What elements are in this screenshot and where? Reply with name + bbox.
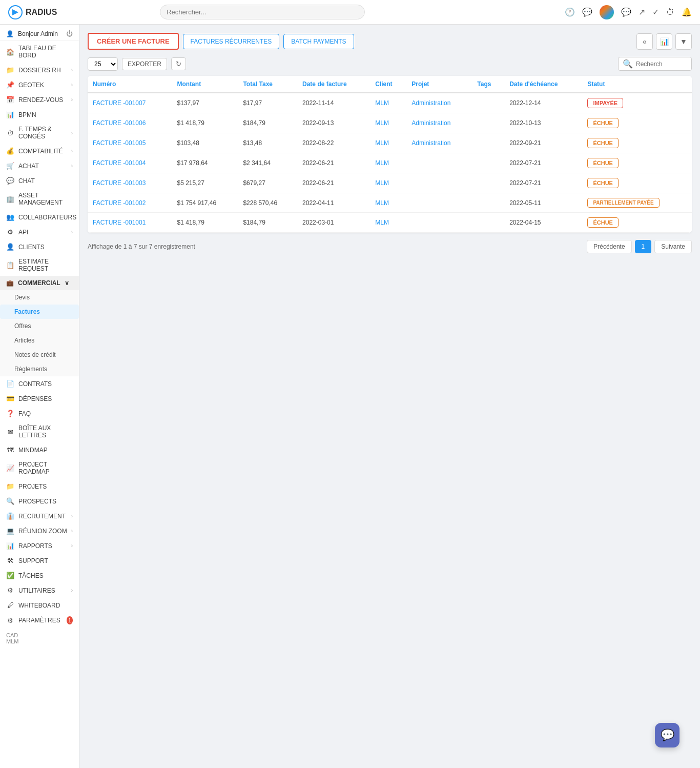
sidebar-item-prospects[interactable]: 🔍 PROSPECTS	[0, 494, 79, 509]
sidebar-label-clients: CLIENTS	[18, 244, 73, 251]
project-link[interactable]: Administration	[411, 119, 450, 127]
bell-icon[interactable]: 🔔	[682, 7, 692, 17]
sidebar-item-tableau-de-bord[interactable]: 🏠 TABLEAU DE BORD	[0, 41, 79, 63]
cell-client: MLM	[370, 193, 406, 213]
invoice-link[interactable]: FACTURE -001006	[93, 119, 146, 127]
sidebar-item-chat[interactable]: 💬 CHAT	[0, 173, 79, 188]
sidebar-item-asset[interactable]: 🏢 ASSET MANAGEMENT	[0, 188, 79, 210]
whiteboard-icon: 🖊	[6, 601, 14, 609]
client-link[interactable]: MLM	[375, 179, 389, 187]
client-link[interactable]: MLM	[375, 219, 389, 226]
clock-icon[interactable]: ⏱	[666, 8, 674, 17]
prev-page-button[interactable]: Précédente	[587, 240, 631, 253]
client-link[interactable]: MLM	[375, 119, 389, 127]
col-date-echeance[interactable]: Date d'échéance	[504, 76, 582, 93]
table-search-input[interactable]	[636, 60, 687, 68]
invoice-link[interactable]: FACTURE -001007	[93, 99, 146, 107]
client-link[interactable]: MLM	[375, 99, 389, 107]
cell-numero: FACTURE -001005	[88, 133, 172, 153]
message-icon[interactable]: 💬	[621, 7, 631, 17]
sidebar-item-mindmap[interactable]: 🗺 MINDMAP	[0, 442, 79, 457]
sidebar-item-parametres[interactable]: ⚙ PARAMÈTRES 1	[0, 613, 79, 628]
next-page-button[interactable]: Suivante	[654, 240, 692, 253]
sidebar-item-support[interactable]: 🛠 SUPPORT	[0, 553, 79, 568]
project-link[interactable]: Administration	[411, 139, 450, 147]
sidebar-item-api[interactable]: ⚙ API ›	[0, 225, 79, 239]
forward-icon[interactable]: ↗	[639, 7, 645, 17]
sidebar-item-taches[interactable]: ✅ TÂCHES	[0, 568, 79, 583]
sidebar-item-f-temps[interactable]: ⏱ F. TEMPS & CONGÉS ›	[0, 122, 79, 144]
col-tags[interactable]: Tags	[472, 76, 504, 93]
sidebar-item-contrats[interactable]: 📄 CONTRATS	[0, 376, 79, 391]
col-client[interactable]: Client	[370, 76, 406, 93]
sidebar-item-boite[interactable]: ✉ BOÎTE AUX LETTRES	[0, 421, 79, 442]
col-statut[interactable]: Statut	[582, 76, 692, 93]
col-projet[interactable]: Projet	[406, 76, 472, 93]
sidebar-item-factures[interactable]: Factures	[0, 305, 79, 319]
logout-button[interactable]: ⏻	[66, 30, 73, 37]
sidebar-item-devis[interactable]: Devis	[0, 290, 79, 305]
sidebar-label-recrutement: RECRUTEMENT	[18, 513, 67, 520]
sidebar-item-reglements[interactable]: Règlements	[0, 362, 79, 376]
sidebar-item-projets[interactable]: 📁 PROJETS	[0, 479, 79, 494]
money-icon: 💰	[6, 147, 14, 155]
col-taxe[interactable]: Total Taxe	[238, 76, 297, 93]
chat-bubble-icon[interactable]: 💬	[582, 7, 592, 17]
sidebar-item-achat[interactable]: 🛒 ACHAT ›	[0, 158, 79, 173]
col-date-facture[interactable]: Date de facture	[297, 76, 370, 93]
app-logo[interactable]: RADIUS	[8, 5, 57, 19]
current-page-button[interactable]: 1	[635, 240, 652, 253]
invoice-link[interactable]: FACTURE -001003	[93, 179, 146, 187]
client-icon: 👤	[6, 243, 14, 251]
sidebar-item-notes-credit[interactable]: Notes de crédit	[0, 348, 79, 362]
col-montant[interactable]: Montant	[172, 76, 238, 93]
create-invoice-button[interactable]: CRÉER UNE FACTURE	[88, 33, 179, 50]
sidebar-item-rapports[interactable]: 📊 RAPPORTS ›	[0, 538, 79, 553]
chat-fab-button[interactable]: 💬	[655, 723, 680, 747]
sidebar-item-utilitaires[interactable]: ⚙ UTILITAIRES ›	[0, 583, 79, 598]
sidebar-item-geotek[interactable]: 📌 GEOTEK ›	[0, 77, 79, 92]
search-input[interactable]	[160, 5, 365, 19]
client-link[interactable]: MLM	[375, 159, 389, 167]
client-link[interactable]: MLM	[375, 199, 389, 207]
double-chevron-button[interactable]: «	[636, 33, 653, 50]
cell-tags	[472, 173, 504, 193]
sidebar-item-whiteboard[interactable]: 🖊 WHITEBOARD	[0, 598, 79, 613]
search-bar[interactable]	[160, 5, 365, 19]
recurring-invoices-button[interactable]: FACTURES RÉCURRENTES	[183, 34, 280, 49]
sidebar-item-reunion[interactable]: 💻 RÉUNION ZOOM ›	[0, 523, 79, 538]
chevron-right-icon: ›	[71, 67, 73, 73]
refresh-button[interactable]: ↻	[171, 57, 186, 70]
per-page-select[interactable]: 25 50 100	[88, 57, 118, 71]
invoice-link[interactable]: FACTURE -001004	[93, 159, 146, 167]
client-link[interactable]: MLM	[375, 139, 389, 147]
invoice-link[interactable]: FACTURE -001005	[93, 139, 146, 147]
sidebar-label-bpmn: BPMN	[18, 111, 73, 118]
history-icon[interactable]: 🕐	[565, 7, 575, 17]
filter-button[interactable]: ▼	[675, 33, 692, 50]
batch-payments-button[interactable]: BATCH PAYMENTS	[283, 34, 354, 49]
sidebar-item-recrutement[interactable]: 👔 RECRUTEMENT ›	[0, 509, 79, 523]
invoice-link[interactable]: FACTURE -001002	[93, 199, 146, 207]
sidebar-item-dossiers-rh[interactable]: 📁 DOSSIERS RH ›	[0, 63, 79, 77]
sidebar-item-faq[interactable]: ❓ FAQ	[0, 406, 79, 421]
sidebar-item-bpmn[interactable]: 📊 BPMN	[0, 107, 79, 122]
sidebar-item-collaborateurs[interactable]: 👥 COLLABORATEURS	[0, 210, 79, 225]
sidebar-item-commercial[interactable]: 💼 COMMERCIAL ∨	[0, 276, 79, 290]
chart-view-button[interactable]: 📊	[656, 33, 672, 50]
cell-tags	[472, 133, 504, 153]
sidebar-item-depenses[interactable]: 💳 DÉPENSES	[0, 391, 79, 406]
sidebar-item-articles[interactable]: Articles	[0, 333, 79, 348]
sidebar-item-rendez-vous[interactable]: 📅 RENDEZ-VOUS ›	[0, 92, 79, 107]
col-numero[interactable]: Numéro	[88, 76, 172, 93]
export-button[interactable]: EXPORTER	[122, 58, 167, 70]
check-icon[interactable]: ✓	[652, 7, 659, 17]
sidebar-item-estimate[interactable]: 📋 ESTIMATE REQUEST	[0, 254, 79, 276]
invoice-link[interactable]: FACTURE -001001	[93, 219, 146, 226]
sidebar-item-project-roadmap[interactable]: 📈 PROJECT ROADMAP	[0, 457, 79, 479]
sidebar-item-clients[interactable]: 👤 CLIENTS	[0, 239, 79, 254]
sidebar-item-comptabilite[interactable]: 💰 COMPTABILITÉ ›	[0, 144, 79, 158]
project-link[interactable]: Administration	[411, 99, 450, 107]
sidebar-item-offres[interactable]: Offres	[0, 319, 79, 333]
avatar[interactable]	[600, 5, 614, 19]
